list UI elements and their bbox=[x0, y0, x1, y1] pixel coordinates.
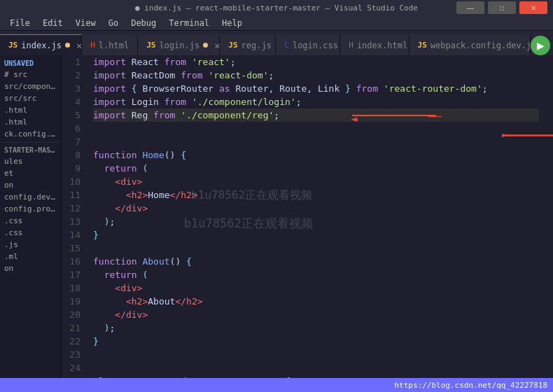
sidebar-item-js[interactable]: .js bbox=[0, 239, 61, 251]
line-num-13: 13 bbox=[62, 215, 86, 228]
sidebar-starter-master[interactable]: STARTER-MASTER bbox=[0, 145, 61, 155]
line-num-17: 17 bbox=[62, 268, 86, 281]
tab-bar: JS index.js ✕ H l.html JS login.js ✕ JS … bbox=[0, 31, 553, 55]
sidebar-item-css2[interactable]: .css bbox=[0, 227, 61, 239]
js-icon: JS bbox=[228, 41, 237, 50]
sidebar-item-src-src[interactable]: src/src bbox=[0, 92, 61, 104]
menu-debug[interactable]: Debug bbox=[125, 17, 162, 29]
code-line-16: function About() { b1u78562正在观看视频 bbox=[93, 255, 539, 268]
modified-dot bbox=[65, 43, 70, 48]
sidebar-item-webpack-config[interactable]: ck.config.dev.js bbox=[0, 128, 61, 140]
sidebar-item-rules[interactable]: ules bbox=[0, 155, 61, 167]
sidebar-item-config-dev[interactable]: config.dev.js bbox=[0, 191, 61, 203]
tab-l-html[interactable]: H l.html bbox=[82, 34, 138, 55]
css-icon: C bbox=[284, 41, 289, 50]
line-num-1: 1 bbox=[62, 55, 86, 69]
tab-label: index.js bbox=[21, 41, 62, 50]
code-line-2: import ReactDom from 'react-dom'; bbox=[93, 69, 539, 82]
code-line-10: <div> bbox=[93, 175, 539, 188]
line-num-22: 22 bbox=[62, 335, 86, 348]
tab-login-js[interactable]: JS login.js ✕ bbox=[138, 34, 220, 55]
sidebar-item-html2[interactable]: .html bbox=[0, 116, 61, 128]
code-line-9: return ( bbox=[93, 162, 539, 175]
tab-reg-js[interactable]: JS reg.js bbox=[220, 34, 276, 55]
sidebar-item-config-prod[interactable]: config.prod.js bbox=[0, 203, 61, 215]
code-line-17: return ( bbox=[93, 268, 539, 281]
sidebar-item-on[interactable]: on bbox=[0, 179, 61, 191]
line-num-25: 25 bbox=[62, 374, 86, 378]
sidebar: UNSAVED # src src/component src/src .htm… bbox=[0, 55, 62, 378]
tab-login-css[interactable]: C login.css bbox=[276, 34, 340, 55]
modified-dot bbox=[203, 43, 208, 48]
menu-file[interactable]: File bbox=[4, 17, 36, 29]
tab-webpack[interactable]: JS webpack.config.dev.js bbox=[410, 34, 531, 55]
code-line-15 bbox=[93, 241, 539, 255]
code-line-11: <h2>Home</h2> bbox=[93, 188, 539, 202]
tab-label: login.js bbox=[159, 41, 200, 50]
code-line-22: } bbox=[93, 335, 539, 348]
menu-view[interactable]: View bbox=[70, 17, 102, 29]
line-num-3: 3 bbox=[62, 82, 86, 95]
menu-go[interactable]: Go bbox=[103, 17, 124, 29]
tab-label: login.css bbox=[293, 41, 338, 50]
code-line-8: function Home() { bbox=[93, 148, 539, 162]
tab-label: reg.js bbox=[241, 41, 272, 50]
code-line-19: <h2>About</h2> bbox=[93, 295, 539, 308]
code-line-13: ); bbox=[93, 215, 539, 228]
line-num-12: 12 bbox=[62, 202, 86, 215]
editor[interactable]: 1 2 3 4 5 6 7 8 9 10 11 12 13 14 15 16 1… bbox=[62, 55, 553, 378]
sidebar-item-unsaved[interactable]: UNSAVED bbox=[0, 58, 61, 69]
line-num-9: 9 bbox=[62, 162, 86, 175]
code-line-25: class Root extends React.Component { bbox=[93, 374, 539, 378]
menu-terminal[interactable]: Terminal bbox=[163, 17, 215, 29]
js-icon: JS bbox=[418, 41, 427, 50]
code-line-12: </div> bbox=[93, 202, 539, 215]
code-lines: import React from 'react'; import ReactD… bbox=[93, 55, 553, 378]
code-line-21: ); bbox=[93, 321, 539, 335]
menu-edit[interactable]: Edit bbox=[37, 17, 69, 29]
tab-label: index.html bbox=[357, 41, 407, 50]
line-num-8: 8 bbox=[62, 148, 86, 162]
tab-index-html[interactable]: H index.html bbox=[340, 34, 409, 55]
line-num-10: 10 bbox=[62, 175, 86, 188]
html-icon: H bbox=[349, 41, 354, 50]
code-line-18: <div> bbox=[93, 281, 539, 295]
line-num-24: 24 bbox=[62, 361, 86, 374]
sidebar-item-src-component[interactable]: src/component bbox=[0, 80, 61, 92]
line-num-16: 16 bbox=[62, 255, 86, 268]
sidebar-item-on2[interactable]: on bbox=[0, 262, 61, 274]
js-icon: JS bbox=[146, 41, 155, 50]
line-num-11: 11 bbox=[62, 188, 86, 202]
line-num-23: 23 bbox=[62, 348, 86, 361]
code-line-1: import React from 'react'; bbox=[93, 55, 539, 69]
close-button[interactable]: ✕ bbox=[519, 1, 547, 14]
bottom-url: https://blog.csdn.net/qq_42227818 bbox=[394, 381, 547, 390]
sidebar-item-ml[interactable]: .ml bbox=[0, 251, 61, 262]
sidebar-item-et[interactable]: et bbox=[0, 167, 61, 179]
code-line-14: } bbox=[93, 228, 539, 241]
js-icon: JS bbox=[8, 41, 18, 50]
line-num-6: 6 bbox=[62, 122, 86, 135]
html-icon: H bbox=[90, 41, 95, 50]
line-num-18: 18 bbox=[62, 281, 86, 295]
line-num-19: 19 bbox=[62, 295, 86, 308]
tab-index-js[interactable]: JS index.js ✕ bbox=[0, 34, 82, 55]
line-numbers: 1 2 3 4 5 6 7 8 9 10 11 12 13 14 15 16 1… bbox=[62, 55, 93, 378]
sidebar-item-src[interactable]: # src bbox=[0, 69, 61, 80]
maximize-button[interactable]: □ bbox=[488, 1, 516, 14]
menu-help[interactable]: Help bbox=[216, 17, 248, 29]
sidebar-section-unsaved: UNSAVED # src src/component src/src .htm… bbox=[0, 55, 61, 277]
sidebar-item-html1[interactable]: .html bbox=[0, 104, 61, 116]
main-area: UNSAVED # src src/component src/src .htm… bbox=[0, 55, 553, 378]
sidebar-divider bbox=[0, 142, 61, 143]
line-num-7: 7 bbox=[62, 135, 86, 148]
bottom-bar: https://blog.csdn.net/qq_42227818 bbox=[0, 378, 553, 392]
code-line-20: </div> bbox=[93, 308, 539, 321]
sidebar-item-css1[interactable]: .css bbox=[0, 215, 61, 227]
menu-bar: File Edit View Go Debug Terminal Help bbox=[0, 15, 553, 31]
minimize-button[interactable]: — bbox=[456, 1, 484, 14]
keyword: import bbox=[93, 55, 132, 69]
title-bar: ● index.js — react-mobile-starter-master… bbox=[0, 0, 553, 15]
code-line-23 bbox=[93, 348, 539, 361]
window-controls[interactable]: — □ ✕ bbox=[456, 1, 547, 14]
